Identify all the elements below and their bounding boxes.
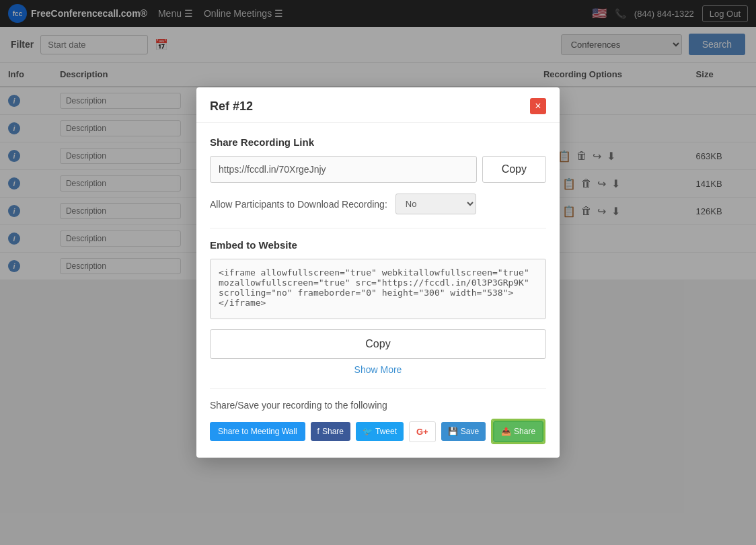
allow-download-row: Allow Participants to Download Recording… [210,194,546,214]
share-link-title: Share Recording Link [210,136,546,148]
divider-1 [210,228,546,228]
modal-title: Ref #12 [210,99,253,114]
ref-modal: Ref #12 × Share Recording Link Copy Allo… [196,87,560,280]
allow-download-select[interactable]: No [395,194,476,214]
share-link-row: Copy [210,156,546,183]
copy-link-button[interactable]: Copy [482,156,546,183]
modal-close-button[interactable]: × [530,98,546,114]
modal-overlay[interactable]: Ref #12 × Share Recording Link Copy Allo… [0,0,756,280]
embed-code-textarea[interactable]: <iframe allowfullscreen="true" webkitall… [210,259,546,280]
embed-title: Embed to Website [210,239,546,251]
modal-body: Share Recording Link Copy Allow Particip… [196,123,560,280]
share-link-input[interactable] [210,156,477,183]
modal-header: Ref #12 × [196,87,560,123]
allow-download-label: Allow Participants to Download Recording… [210,199,387,210]
